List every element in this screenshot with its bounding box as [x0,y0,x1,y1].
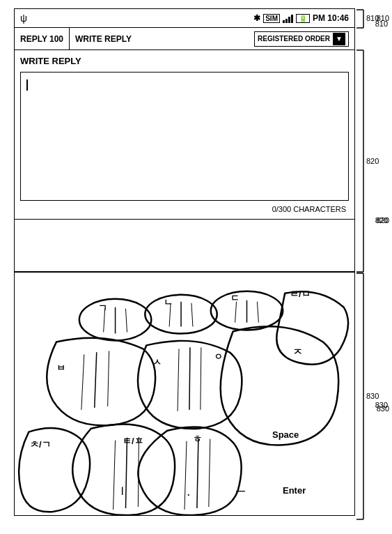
key-enter[interactable]: Enter [283,485,306,496]
svg-line-14 [108,351,109,406]
key-ta-pa[interactable]: ㅌ/ㅍ [123,435,143,448]
bluetooth-icon: ✱ [253,13,260,23]
battery-icon: 🔋 [296,14,310,23]
key-ja[interactable]: ㅈ [293,346,302,358]
char-count-label: 0/300 CHARACTERS [20,205,349,213]
keyboard-section[interactable]: ㄱ ㄴ ㄷ ㄹ/ㅁ ㅂ ㅅ ㅇ ㅈ ㅊ/ㄱ ㅌ/ㅍ ㅎ Space ㅣ . — … [14,272,355,516]
status-right: ✱ SIM 🔋 PM 10:46 [253,13,349,23]
svg-line-23 [209,439,210,507]
write-reply-section: WRITE REPLY 0/300 CHARACTERS [14,50,355,220]
key-ba[interactable]: ㅂ [56,362,65,374]
sim-icon: SIM [263,14,280,23]
key-cha-ga[interactable]: ㅊ/ㄱ [30,438,51,451]
svg-line-17 [201,347,201,409]
key-sa[interactable]: ㅅ [152,356,162,369]
keyboard-area[interactable]: ㄱ ㄴ ㄷ ㄹ/ㅁ ㅂ ㅅ ㅇ ㅈ ㅊ/ㄱ ㅌ/ㅍ ㅎ Space ㅣ . — … [15,273,354,515]
key-ga[interactable]: ㄱ [98,302,107,314]
key-o[interactable]: ㅇ [214,351,223,363]
bracket-820: 820 [375,216,388,224]
reply-text-area[interactable] [20,72,349,201]
svg-line-22 [185,441,187,510]
key-space[interactable]: Space [272,429,299,440]
svg-line-21 [197,439,198,508]
status-bar: ψ ✱ SIM 🔋 PM 10:46 [14,8,355,28]
usb-icon: ψ [20,13,27,24]
svg-text:820: 820 [366,157,379,165]
bracket-810: 810 [375,20,388,28]
write-reply-heading: WRITE REPLY [20,56,349,66]
time-display: PM 10:46 [313,13,349,23]
registered-order-dropdown[interactable]: REGISTERED ORDER ▼ [254,31,349,47]
svg-line-11 [257,302,258,323]
svg-line-19 [113,441,116,510]
dropdown-label: REGISTERED ORDER [258,35,330,43]
key-dash[interactable]: — [236,485,245,496]
key-i[interactable]: ㅣ [118,485,127,498]
svg-line-12 [95,352,97,408]
dropdown-arrow-icon: ▼ [333,33,345,45]
signal-icon [283,13,293,23]
bracket-830: 830 [375,401,388,409]
status-left: ψ [20,13,27,24]
nav-bar: REPLY 100 WRITE REPLY REGISTERED ORDER ▼ [14,28,355,50]
svg-line-5 [125,309,127,333]
svg-line-13 [81,354,84,410]
svg-line-8 [191,303,193,327]
text-cursor [26,79,28,91]
svg-line-16 [178,349,179,411]
nav-write-tab[interactable]: WRITE REPLY [70,28,254,49]
svg-text:830: 830 [366,392,379,400]
key-na[interactable]: ㄴ [164,296,173,309]
svg-line-10 [235,302,237,323]
keyboard-svg [15,273,354,515]
nav-reply-tab[interactable]: REPLY 100 [20,28,70,49]
key-da[interactable]: ㄷ [230,292,240,305]
svg-line-15 [189,347,190,409]
key-period[interactable]: . [187,487,190,498]
key-ha[interactable]: ㅎ [193,433,202,445]
key-ra-ma[interactable]: ㄹ/ㅁ [290,288,311,300]
